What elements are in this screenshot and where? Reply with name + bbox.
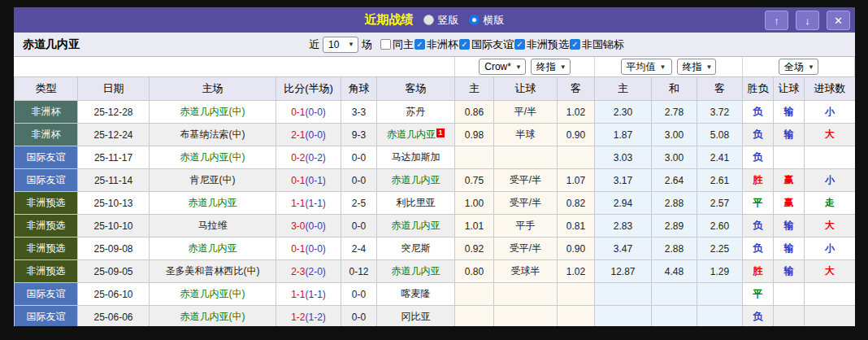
avg-draw-odds-cell: 2.78: [652, 101, 697, 124]
match-type-cell: 非洲预选: [15, 238, 78, 260]
corners-cell: 0-0: [341, 306, 377, 327]
column-header: 主: [595, 77, 652, 101]
avg-draw-odds-cell: 2.88: [652, 238, 697, 260]
result-cell: 负: [743, 124, 774, 146]
match-count-select[interactable]: 10 ▼: [323, 37, 358, 53]
team-label: 利比里亚: [397, 197, 436, 208]
result-cell: 平: [743, 283, 774, 306]
match-type-cell: 非洲杯: [15, 124, 78, 146]
bookmaker-select[interactable]: Crow* ▼: [479, 59, 526, 75]
chevron-down-icon: ▼: [515, 63, 522, 71]
handicap-result-cell: 赢: [774, 169, 805, 192]
match-row: 非洲杯25-12-24布基纳法索(中)2-1(0-0)9-3赤道几内亚10.98…: [15, 124, 856, 146]
result-cell: 负: [743, 215, 774, 238]
recent-matches-table: 类型日期主场比分(半场)角球客场主让球客主和客胜负让球进球数 非洲杯25-12-…: [14, 76, 855, 326]
result-cell: 负: [743, 238, 774, 260]
europe-odds-source-select[interactable]: 平均值 ▼: [621, 59, 672, 75]
avg-away-odds-cell: 2.61: [697, 169, 743, 192]
column-header: 进球数: [805, 77, 856, 101]
team-name: 赤道几内亚: [23, 37, 80, 52]
filter-checkbox[interactable]: ✓非洲预选: [514, 37, 569, 52]
move-up-button[interactable]: ↑: [765, 11, 788, 30]
match-date-cell: 25-09-05: [78, 260, 150, 283]
handicap-away-odds-cell: 1.02: [558, 260, 595, 283]
avg-draw-odds-cell: [652, 306, 697, 327]
match-date-cell: 25-10-10: [78, 215, 150, 238]
checkbox-checked-icon[interactable]: ✓: [414, 39, 425, 50]
checkbox-checked-icon[interactable]: ✓: [570, 39, 580, 50]
match-row: 非洲预选25-09-05圣多美和普林西比(中)2-3(2-0)0-12赤道几内亚…: [15, 260, 856, 283]
match-row: 国际友谊25-06-06赤道几内亚(中)1-2(1-2)0-0冈比亚负: [15, 306, 856, 327]
column-header: 主: [455, 77, 494, 101]
match-row: 国际友谊25-11-17赤道几内亚(中)0-2(0-2)0-0马达加斯加3.03…: [15, 146, 856, 169]
checkbox-label: 非国锦标: [582, 37, 624, 52]
chevron-down-icon: ▼: [808, 63, 814, 71]
filter-checkbox[interactable]: ✓非洲杯: [414, 37, 458, 52]
column-header: 比分(半场): [276, 77, 341, 101]
handicap-stage-select[interactable]: 终指 ▼: [531, 59, 571, 75]
radio-icon[interactable]: [469, 15, 480, 25]
away-team-cell: 突尼斯: [377, 238, 455, 260]
column-header: 让球: [774, 77, 805, 101]
home-team-cell: 赤道几内亚(中): [150, 283, 276, 306]
checkbox-unchecked-icon[interactable]: [380, 39, 391, 50]
europe-odds-source-value: 平均值: [627, 60, 656, 74]
corners-cell: 0-0: [341, 169, 377, 192]
chevron-down-icon: ▼: [706, 63, 713, 71]
goals-result-cell: [805, 306, 856, 327]
filter-bar: 赤道几内亚 近 10 ▼ 场 同主✓非洲杯✓国际友谊✓非洲预选✓非国锦标: [14, 33, 855, 57]
match-type-cell: 非洲预选: [15, 260, 78, 283]
handicap-result-cell: [774, 146, 805, 169]
handicap-away-odds-cell: [558, 306, 595, 327]
filter-checkboxes: 同主✓非洲杯✓国际友谊✓非洲预选✓非国锦标: [380, 37, 625, 52]
away-team-cell: 赤道几内亚1: [377, 124, 455, 146]
column-header: 让球: [494, 77, 558, 101]
handicap-result-cell: 输: [774, 101, 805, 124]
away-team-cell: 利比里亚: [377, 192, 455, 215]
titlebar-buttons: ↑ ↓ ✕: [765, 11, 850, 30]
scope-select[interactable]: 全场 ▼: [779, 59, 818, 75]
home-team-cell: 圣多美和普林西比(中): [150, 260, 276, 283]
filter-controls: 近 10 ▼ 场 同主✓非洲杯✓国际友谊✓非洲预选✓非国锦标: [309, 37, 625, 53]
handicap-stage-value: 终指: [536, 60, 556, 74]
match-type-cell: 非洲预选: [15, 192, 78, 215]
checkbox-checked-icon[interactable]: ✓: [459, 39, 470, 50]
avg-away-odds-cell: 3.72: [697, 101, 743, 124]
home-team-cell: 赤道几内亚(中): [150, 306, 276, 327]
corners-cell: 3-3: [341, 101, 377, 124]
radio-icon[interactable]: [423, 15, 434, 25]
column-header: 客场: [377, 77, 455, 101]
avg-draw-odds-cell: 4.48: [652, 260, 697, 283]
goals-result-cell: [805, 283, 856, 306]
handicap-home-odds-cell: 0.75: [455, 169, 494, 192]
handicap-home-odds-cell: 0.92: [455, 238, 494, 260]
team-label: 突尼斯: [401, 242, 431, 254]
score-cell: 2-3(2-0): [276, 260, 341, 283]
team-label: 冈比亚: [401, 311, 431, 322]
match-type-cell: 非洲预选: [15, 215, 78, 238]
result-cell: 负: [743, 101, 774, 124]
radio-horizontal-layout[interactable]: 横版: [469, 13, 505, 28]
avg-home-odds-cell: 2.30: [595, 101, 652, 124]
score-cell: 2-1(0-0): [276, 124, 341, 146]
filter-checkbox[interactable]: 同主: [380, 37, 414, 52]
handicap-away-odds-cell: 0.81: [558, 215, 595, 238]
scope-select-value: 全场: [784, 60, 804, 74]
recent-results-window: 近期战绩 竖版 横版 ↑ ↓ ✕ 赤道几内亚 近 1: [14, 7, 855, 326]
avg-home-odds-cell: 2.94: [595, 192, 652, 215]
match-row: 非洲预选25-09-08赤道几内亚0-1(0-0)2-4突尼斯0.92受平/半0…: [15, 238, 856, 260]
checkbox-checked-icon[interactable]: ✓: [514, 39, 525, 50]
move-down-button[interactable]: ↓: [796, 11, 819, 30]
filter-checkbox[interactable]: ✓非国锦标: [570, 37, 624, 52]
filter-checkbox[interactable]: ✓国际友谊: [459, 37, 514, 52]
close-button[interactable]: ✕: [827, 11, 850, 30]
result-cell: 平: [743, 192, 774, 215]
team-label: 苏丹: [406, 106, 426, 117]
radio-vertical-layout[interactable]: 竖版: [423, 13, 459, 28]
team-label: 圣多美和普林西比(中): [166, 265, 260, 277]
europe-odds-stage-select[interactable]: 终指 ▼: [677, 59, 717, 75]
avg-draw-odds-cell: 2.88: [652, 192, 697, 215]
match-row: 国际友谊25-06-10赤道几内亚(中)1-1(1-1)0-0喀麦隆平: [15, 283, 856, 306]
away-team-cell: 马达加斯加: [377, 146, 455, 169]
away-team-cell: 冈比亚: [377, 306, 455, 327]
